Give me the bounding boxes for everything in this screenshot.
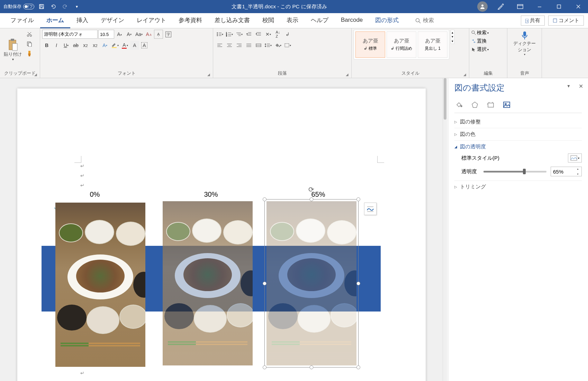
underline-button[interactable]: U▾ [62,41,71,50]
save-icon[interactable] [37,2,46,11]
subscript-button[interactable]: x2 [81,41,90,50]
rotate-handle[interactable]: ⟳ [307,185,316,194]
style-nospacing[interactable]: あア亜↲ 行間詰め [387,31,416,58]
tab-help[interactable]: ヘルプ [305,13,335,28]
tab-layout[interactable]: レイアウト [130,13,172,28]
text-direction-button[interactable]: ✕▾ [264,30,273,39]
style-normal[interactable]: あア亜↲ 標準 [355,31,385,58]
resize-handle-tm[interactable] [309,197,313,201]
change-case-button[interactable]: Aa▾ [134,30,144,39]
undo-icon[interactable] [49,2,58,11]
resize-handle-mr[interactable] [356,281,360,285]
pane-tab-fill[interactable] [454,100,463,109]
align-right-button[interactable] [235,41,244,50]
tab-review[interactable]: 校閲 [256,13,280,28]
qat-customize-icon[interactable]: ▾ [72,2,81,11]
transparency-value-input[interactable]: 65% ▲▼ [551,167,582,176]
clipboard-launcher[interactable]: ◢ [34,73,37,76]
strikethrough-button[interactable]: ab [71,41,80,50]
char-shading-button[interactable]: A [130,41,139,50]
line-spacing-button[interactable]: ▾ [264,41,273,50]
layout-options-button[interactable] [364,203,377,215]
share-button[interactable]: ⍈共有 [521,16,545,26]
resize-handle-ml[interactable] [263,281,266,285]
select-button[interactable]: 選択▾ [471,46,489,53]
section-picture-color[interactable]: ▷図の色 [454,131,582,138]
align-center-button[interactable] [225,41,234,50]
resize-handle-bm[interactable] [309,365,313,369]
bullets-button[interactable]: ▾ [215,30,224,39]
show-marks-button[interactable]: ↲ [283,30,292,39]
resize-handle-bl[interactable] [263,365,266,369]
paste-button[interactable]: 貼り付け ▾ [2,30,24,69]
style-heading1[interactable]: あア亜見出し 1 [418,31,447,58]
comments-button[interactable]: ☐コメント [548,16,584,26]
clear-format-button[interactable]: Ạ [154,30,163,39]
font-launcher[interactable]: ◢ [207,73,210,76]
decrease-indent-button[interactable] [244,30,253,39]
transparency-slider[interactable] [483,171,546,173]
section-crop[interactable]: ▷トリミング [454,184,582,190]
section-picture-transparency[interactable]: ◢図の透明度 [454,143,582,150]
tab-picture-format[interactable]: 図の形式 [369,13,405,28]
paragraph-launcher[interactable]: ◢ [346,73,349,76]
pane-tab-layout[interactable] [486,100,495,109]
grow-font-button[interactable]: A▴ [115,30,124,39]
style-gallery-more[interactable]: ▴▾▾ [451,30,454,44]
image-0pct[interactable] [55,203,145,367]
italic-button[interactable]: I [52,41,61,50]
cut-button[interactable] [25,30,34,39]
tab-references[interactable]: 参考資料 [172,13,208,28]
document-area[interactable]: ↵ ↵ ↵ 0% 30% 65% ⚓ [0,78,443,381]
multilevel-button[interactable]: ▾ [235,30,244,39]
char-border-button[interactable]: A [140,41,149,50]
superscript-button[interactable]: x2 [91,41,100,50]
minimize-button[interactable] [530,0,549,13]
find-button[interactable]: 検索▾ [471,30,489,36]
enclose-char-button[interactable]: 字 [164,30,173,39]
align-left-button[interactable] [215,41,224,50]
numbering-button[interactable]: 123▾ [225,30,234,39]
resize-handle-tl[interactable] [263,197,266,201]
scrollbar-thumb[interactable] [444,78,446,120]
sort-button[interactable]: A↓Z [273,30,282,39]
ribbon-display-icon[interactable] [510,0,530,13]
tab-mailings[interactable]: 差し込み文書 [208,13,256,28]
replace-button[interactable]: 置換 [471,38,489,44]
resize-handle-tr[interactable] [356,197,360,201]
tab-design[interactable]: デザイン [94,13,130,28]
tab-view[interactable]: 表示 [280,13,305,28]
spinner[interactable]: ▲▼ [577,168,581,175]
tab-file[interactable]: ファイル [4,13,40,28]
slider-thumb[interactable] [523,169,526,174]
resize-handle-br[interactable] [356,365,360,369]
maximize-button[interactable] [549,0,569,13]
section-picture-corrections[interactable]: ▷図の修整 [454,119,582,125]
styles-launcher[interactable]: ◢ [463,73,466,76]
redo-icon[interactable] [61,2,70,11]
pane-options-dropdown[interactable]: ▼ [567,84,571,89]
distribute-button[interactable] [254,41,263,50]
coming-soon-icon[interactable] [491,0,510,13]
text-effects-button[interactable]: A▾ [100,41,109,50]
phonetic-guide-button[interactable]: Aぁ [144,30,153,39]
autosave-toggle[interactable]: 自動保存 オフ [3,3,34,10]
tab-insert[interactable]: 挿入 [70,13,94,28]
tab-barcode[interactable]: Barcode [335,13,369,28]
font-name-input[interactable]: 游明朝 (本文のフォ [42,30,98,39]
pane-close-button[interactable]: ✕ [579,83,583,90]
pane-tab-picture[interactable] [502,100,511,109]
shrink-font-button[interactable]: A▾ [125,30,134,39]
tab-home[interactable]: ホーム [40,13,70,28]
image-30pct[interactable] [163,201,253,365]
font-color-button[interactable]: A▾ [120,41,129,50]
font-size-input[interactable]: 10.5 [98,30,114,39]
borders-button[interactable]: ▾ [283,41,292,50]
close-button[interactable] [569,0,588,13]
shading-button[interactable]: ▾ [273,41,282,50]
transparency-presets-button[interactable]: ▾ [568,154,582,162]
dictate-button[interactable]: ディクテーション▾ [509,30,540,57]
user-avatar[interactable] [477,1,488,12]
style-gallery[interactable]: あア亜↲ 標準 あア亜↲ 行間詰め あア亜見出し 1 [354,30,449,59]
highlight-button[interactable]: ▾ [110,41,120,50]
